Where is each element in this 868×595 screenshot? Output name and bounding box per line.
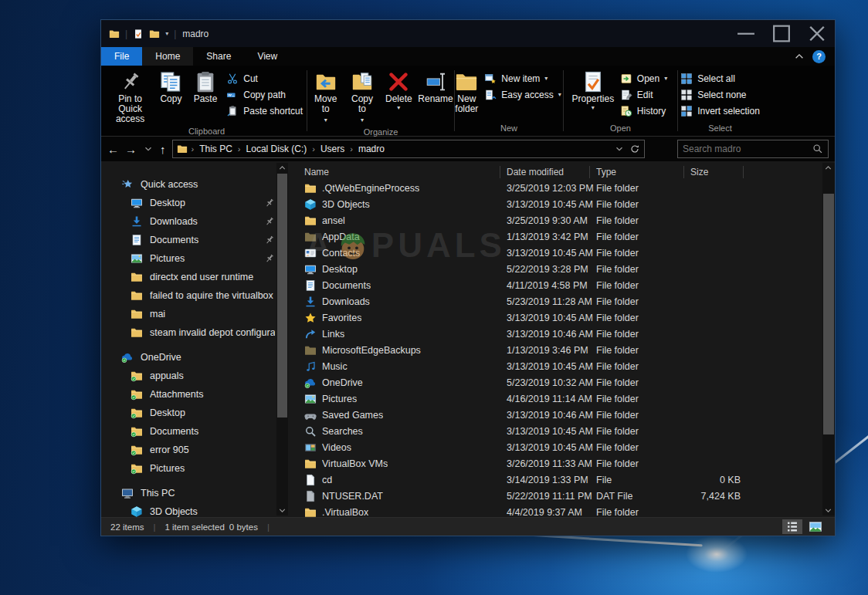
file-row-links[interactable]: Links3/13/2019 10:46 AMFile folder (298, 326, 835, 342)
address-box[interactable]: ›This PC›Local Disk (C:)›Users›madro (172, 140, 645, 158)
tab-file[interactable]: File (101, 47, 142, 66)
help-icon[interactable]: ? (812, 50, 826, 63)
file-row-3d-objects[interactable]: 3D Objects3/13/2019 10:45 AMFile folder (298, 196, 835, 212)
ribbon-copy-path-button[interactable]: Copy path (223, 86, 289, 103)
search-box[interactable] (677, 140, 829, 158)
file-row-qtwebengineprocess[interactable]: .QtWebEngineProcess3/25/2019 12:03 PMFil… (298, 180, 835, 196)
title-bar[interactable]: | ▾ | madro (101, 20, 835, 47)
ribbon-easy-access-button[interactable]: Easy access▾ (481, 86, 564, 103)
scroll-up-icon[interactable] (822, 163, 834, 173)
breadcrumb-item-this-pc[interactable]: This PC (199, 144, 232, 154)
folder-icon[interactable] (149, 29, 160, 39)
column-header-size[interactable]: Size (684, 166, 744, 178)
file-list-scrollbar[interactable] (822, 163, 835, 516)
file-row-downloads[interactable]: Downloads5/23/2019 11:28 AMFile folder (298, 293, 835, 309)
sidebar-item-documents[interactable]: Documents (101, 422, 298, 441)
sidebar-item-attachments[interactable]: Attachments (101, 385, 298, 404)
file-row-searches[interactable]: Searches3/13/2019 10:45 AMFile folder (298, 423, 835, 439)
ribbon-select-all-button[interactable]: Select all (677, 70, 738, 86)
file-row-onedrive[interactable]: OneDrive5/23/2019 10:32 AMFile folder (298, 374, 835, 390)
sidebar-item-steam-invalid-depot-configuratio[interactable]: steam invalid depot configuratio (101, 323, 298, 342)
sidebar-item-onedrive[interactable]: OneDrive (101, 348, 298, 367)
qat-customize-chevron-icon[interactable]: ▾ (165, 30, 168, 37)
ribbon-new-item-button[interactable]: New item▾ (481, 70, 551, 86)
ribbon-copy-button[interactable]: Copy (154, 69, 188, 117)
sidebar-item-appuals[interactable]: appuals (101, 367, 298, 385)
sidebar-item-desktop[interactable]: Desktop (101, 404, 298, 422)
column-header-type[interactable]: Type (590, 166, 684, 178)
tab-home[interactable]: Home (142, 47, 193, 66)
file-row-virtualbox[interactable]: .VirtualBox4/4/2019 9:37 AMFile folder (298, 504, 835, 517)
sidebar-item-desktop[interactable]: Desktop (101, 194, 298, 212)
scroll-up-icon[interactable] (276, 163, 288, 173)
ribbon-paste-shortcut-button[interactable]: Paste shortcut (223, 103, 306, 119)
large-icons-view-button[interactable] (805, 519, 826, 534)
file-row-videos[interactable]: Videos3/13/2019 10:45 AMFile folder (298, 439, 835, 455)
sidebar-item-failed-to-aquire-the-virtualbox-co[interactable]: failed to aquire the virtualbox co (101, 286, 298, 305)
sidebar-item-pictures[interactable]: Pictures (101, 249, 298, 268)
ribbon-delete-button[interactable]: Delete▾ (381, 69, 416, 117)
search-input[interactable] (683, 144, 812, 154)
sidebar-scrollbar[interactable] (276, 163, 288, 516)
file-row-cd[interactable]: cd3/14/2019 1:33 PMFile0 KB (298, 472, 835, 488)
forward-icon[interactable]: → (125, 144, 137, 155)
file-row-music[interactable]: Music3/13/2019 10:45 AMFile folder (298, 358, 835, 374)
sidebar-item-pictures[interactable]: Pictures (101, 459, 298, 478)
collapse-ribbon-chevron-icon[interactable] (794, 51, 805, 62)
recent-locations-chevron-icon[interactable] (143, 144, 154, 154)
ribbon-select-none-button[interactable]: Select none (677, 86, 749, 103)
search-icon[interactable] (812, 144, 823, 154)
file-row-contacts[interactable]: Contacts3/13/2019 10:45 AMFile folder (298, 245, 835, 261)
maximize-button[interactable] (764, 20, 799, 47)
refresh-icon[interactable] (629, 144, 640, 154)
sidebar-scrollbar-thumb[interactable] (277, 174, 287, 418)
minimize-button[interactable] (728, 20, 764, 47)
ribbon-invert-selection-button[interactable]: Invert selection (677, 103, 763, 119)
sidebar-item-mai[interactable]: mai (101, 305, 298, 323)
file-row-microsoftedgebackups[interactable]: MicrosoftEdgeBackups1/13/2019 3:46 PMFil… (298, 342, 835, 358)
column-header-name[interactable]: Name (298, 166, 500, 178)
scroll-down-icon[interactable] (822, 505, 834, 516)
sidebar-item-quick-access[interactable]: Quick access (101, 175, 298, 194)
file-row-ansel[interactable]: ansel3/25/2019 9:30 AMFile folder (298, 212, 835, 228)
breadcrumb-item-local-disk-c[interactable]: Local Disk (C:) (246, 144, 307, 154)
close-button[interactable] (799, 20, 835, 47)
sidebar-item-3d-objects[interactable]: 3D Objects (101, 502, 298, 517)
ribbon-move-to-button[interactable]: Move to ▾ (308, 69, 343, 127)
sidebar-item-error-905[interactable]: error 905 (101, 441, 298, 459)
sidebar-item-documents[interactable]: Documents (101, 231, 298, 249)
file-list-scrollbar-thumb[interactable] (823, 194, 834, 434)
file-row-pictures[interactable]: Pictures4/16/2019 11:14 AMFile folder (298, 390, 835, 407)
ribbon-history-button[interactable]: History (617, 103, 669, 119)
sidebar-item-this-pc[interactable]: This PC (101, 484, 298, 502)
tab-share[interactable]: Share (193, 47, 244, 66)
file-row-ntuser-dat[interactable]: NTUSER.DAT5/22/2019 11:11 PMDAT File7,42… (298, 488, 835, 504)
ribbon-paste-button[interactable]: Paste (189, 69, 222, 117)
sidebar-item-directx-end-user-runtime[interactable]: directx end user runtime (101, 268, 298, 286)
ribbon-new-folder-button[interactable]: New folder (453, 69, 480, 117)
file-row-desktop[interactable]: Desktop5/22/2019 3:28 PMFile folder (298, 261, 835, 277)
file-row-documents[interactable]: Documents4/11/2019 4:58 PMFile folder (298, 277, 835, 293)
breadcrumb-item-users[interactable]: Users (320, 144, 344, 154)
file-row-saved-games[interactable]: Saved Games3/13/2019 10:46 AMFile folder (298, 407, 835, 423)
up-icon[interactable]: ↑ (160, 144, 166, 155)
column-header-date-modified[interactable]: Date modified (500, 166, 590, 178)
ribbon-rename-button[interactable]: Rename (418, 69, 453, 117)
file-row-appdata[interactable]: AppData1/13/2019 3:42 PMFile folder (298, 228, 835, 245)
file-row-favorites[interactable]: Favorites3/13/2019 10:45 AMFile folder (298, 309, 835, 326)
scroll-down-icon[interactable] (276, 505, 288, 516)
sidebar-item-downloads[interactable]: Downloads (101, 212, 298, 231)
details-view-button[interactable] (782, 519, 802, 534)
ribbon-properties-button[interactable]: Properties▾ (571, 69, 615, 117)
address-history-chevron-icon[interactable] (614, 144, 625, 154)
file-row-virtualbox-vms[interactable]: VirtualBox VMs3/26/2019 11:33 AMFile fol… (298, 455, 835, 472)
properties-qat-icon[interactable] (133, 29, 144, 39)
ribbon-pin-to-quick-access-button[interactable]: Pin to Quick access (107, 69, 153, 126)
ribbon-copy-to-button[interactable]: Copy to ▾ (344, 69, 379, 127)
tab-view[interactable]: View (244, 47, 290, 66)
back-icon[interactable]: ← (107, 144, 119, 155)
breadcrumb-item-madro[interactable]: madro (358, 144, 385, 154)
ribbon-cut-button[interactable]: Cut (223, 70, 261, 86)
ribbon-open-button[interactable]: Open▾ (617, 70, 670, 86)
ribbon-edit-button[interactable]: Edit (617, 86, 656, 103)
